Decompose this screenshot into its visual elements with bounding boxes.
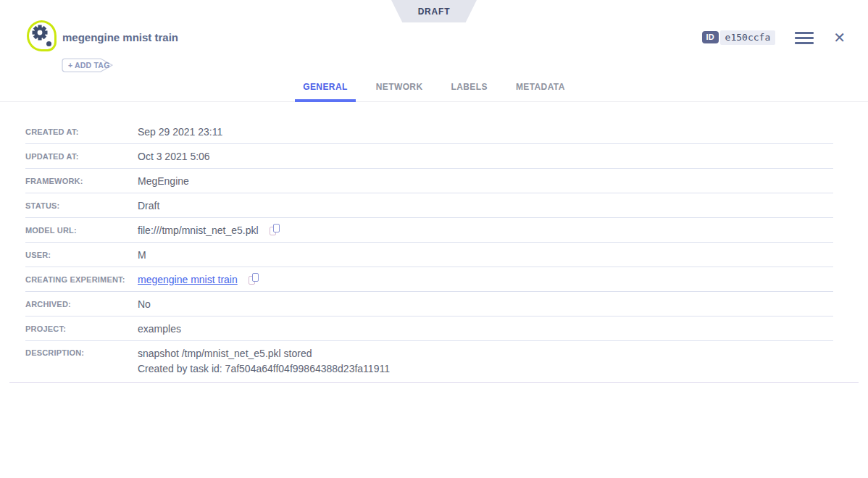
row-label: CREATING EXPERIMENT:: [25, 275, 138, 284]
detail-row: USER:M: [25, 243, 833, 267]
value-text: No: [138, 298, 151, 310]
row-value: Sep 29 2021 23:11: [138, 126, 222, 138]
tab-metadata[interactable]: METADATA: [508, 82, 573, 101]
row-value: Oct 3 2021 5:06: [138, 151, 210, 162]
detail-row: ARCHIVED:No: [25, 292, 833, 316]
value-text: Draft: [138, 200, 159, 211]
logo-dot: [46, 41, 51, 46]
value-text: Sep 29 2021 23:11: [138, 126, 222, 138]
row-value: snapshot /tmp/mnist_net_e5.pkl storedCre…: [138, 346, 390, 377]
value-text: MegEngine: [138, 175, 189, 187]
detail-row: MODEL URL:file:///tmp/mnist_net_e5.pkl: [25, 218, 833, 243]
detail-row: DESCRIPTION:snapshot /tmp/mnist_net_e5.p…: [25, 341, 833, 382]
tab-network[interactable]: NETWORK: [368, 82, 431, 101]
model-id-badge: ID e150ccfa: [702, 30, 776, 46]
id-chip: ID: [702, 31, 719, 43]
description-line: Created by task id: 7af504a64ff04f998643…: [138, 361, 390, 377]
detail-row: UPDATED AT:Oct 3 2021 5:06: [25, 144, 833, 169]
row-label: USER:: [25, 251, 138, 259]
add-tag-button[interactable]: + ADD TAG: [62, 58, 115, 72]
experiment-link[interactable]: megengine mnist train: [138, 274, 238, 285]
row-value: file:///tmp/mnist_net_e5.pkl: [138, 224, 282, 236]
row-label: MODEL URL:: [25, 226, 138, 235]
value-text: examples: [138, 323, 181, 335]
model-logo: [26, 20, 59, 54]
tab-general[interactable]: GENERAL: [295, 82, 355, 101]
row-value: No: [138, 298, 151, 310]
row-label: CREATED AT:: [25, 127, 138, 136]
gear-icon: [30, 23, 49, 42]
row-value: examples: [138, 323, 181, 335]
detail-row: CREATED AT:Sep 29 2021 23:11: [25, 120, 833, 144]
row-label: FRAMEWORK:: [25, 177, 138, 185]
detail-row: PROJECT:examples: [25, 316, 833, 341]
row-label: ARCHIVED:: [25, 300, 138, 309]
row-label: PROJECT:: [25, 324, 138, 333]
row-value: MegEngine: [138, 175, 189, 187]
detail-row: FRAMEWORK:MegEngine: [25, 169, 833, 193]
status-ribbon-label: DRAFT: [418, 7, 451, 17]
header-controls: ID e150ccfa ✕: [702, 28, 846, 48]
row-value: Draft: [138, 200, 159, 211]
bottom-divider: [9, 382, 859, 383]
hamburger-menu-icon[interactable]: [795, 30, 814, 46]
row-label: STATUS:: [25, 201, 138, 210]
add-tag-label: + ADD TAG: [68, 61, 110, 70]
close-icon[interactable]: ✕: [833, 30, 846, 45]
value-text: M: [138, 249, 146, 261]
tabs: GENERALNETWORKLABELSMETADATA: [0, 82, 868, 101]
value-text: file:///tmp/mnist_net_e5.pkl: [138, 225, 259, 236]
details-table: CREATED AT:Sep 29 2021 23:11UPDATED AT:O…: [25, 120, 833, 382]
id-value: e150ccfa: [720, 30, 776, 46]
detail-row: CREATING EXPERIMENT:megengine mnist trai…: [25, 267, 833, 292]
value-text: Oct 3 2021 5:06: [138, 151, 210, 162]
row-value: megengine mnist train: [138, 273, 261, 285]
copy-icon[interactable]: [249, 273, 261, 285]
copy-icon[interactable]: [270, 224, 282, 236]
row-value: M: [138, 249, 146, 261]
row-label: UPDATED AT:: [25, 152, 138, 161]
tab-labels[interactable]: LABELS: [443, 82, 496, 101]
description-line: snapshot /tmp/mnist_net_e5.pkl stored: [138, 346, 390, 361]
model-title: megengine mnist train: [62, 31, 178, 43]
row-label: DESCRIPTION:: [25, 346, 138, 357]
detail-row: STATUS:Draft: [25, 193, 833, 218]
status-ribbon: DRAFT: [391, 0, 477, 22]
